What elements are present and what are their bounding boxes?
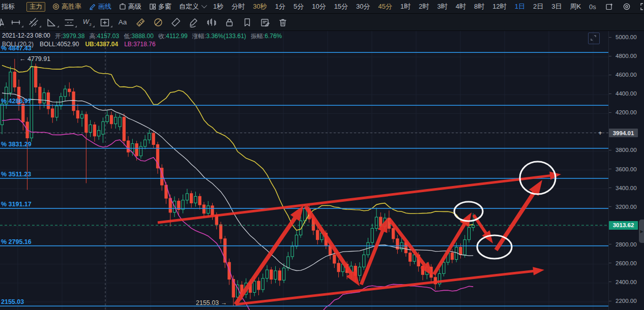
- timeframe-30秒[interactable]: 30秒: [253, 2, 267, 11]
- level-label: % 3511.23: [1, 171, 31, 178]
- grid-lines: [0, 31, 608, 310]
- tool-rect-plus[interactable]: [99, 16, 111, 28]
- axis-tick: 2800.00: [609, 241, 637, 247]
- axis-tick: 2200.00: [609, 298, 637, 304]
- level-label: 2155.03: [1, 298, 24, 305]
- timeframe-12时[interactable]: 12时: [492, 2, 506, 11]
- ohlc-info-bar: 2021-12-23 08:00 开:3979.38 高:4157.03 低:3…: [2, 32, 282, 41]
- main-force-tag[interactable]: 主力: [26, 2, 45, 12]
- tool-cursor-partial[interactable]: [0, 16, 5, 28]
- timeframe-8时[interactable]: 8时: [474, 2, 484, 11]
- timeframe-30分[interactable]: 30分: [356, 2, 370, 11]
- text-icon: Aa: [119, 18, 127, 26]
- collapse-panel-tab[interactable]: ▶: [639, 220, 644, 243]
- settings-icon[interactable]: [623, 3, 631, 11]
- add-window-icon[interactable]: [605, 3, 613, 11]
- custom-period-dropdown[interactable]: 自定义: [179, 2, 206, 11]
- add-alert-plus-icon: +: [598, 129, 602, 137]
- high-win-rate-button[interactable]: 高胜率: [52, 2, 81, 11]
- tool-elliott-wave[interactable]: W3: [81, 16, 93, 28]
- boll-mid-value: BOLL:4052.90: [40, 41, 79, 48]
- timeframe-5分[interactable]: 5分: [294, 2, 304, 11]
- timeframe-1日[interactable]: 1日: [515, 2, 525, 11]
- order-note-icon: [259, 17, 271, 28]
- tool-order-note[interactable]: [259, 16, 271, 28]
- price-axis[interactable]: 3994.01 3013.62 ▶ 5000.004800.004600.004…: [608, 31, 644, 310]
- axis-tick: 3200.00: [609, 204, 637, 210]
- pencil-icon: [89, 3, 96, 10]
- tool-measure[interactable]: [170, 16, 182, 28]
- measure-icon: [170, 17, 182, 28]
- segment-icon: [10, 17, 21, 28]
- tool-trash[interactable]: [277, 16, 289, 28]
- multi-window-button[interactable]: 多窗: [149, 2, 171, 11]
- draw-line-label: 画线: [98, 2, 111, 11]
- pattern-icon: [206, 17, 217, 28]
- tool-ruler[interactable]: [134, 16, 147, 28]
- tool-lock[interactable]: [223, 16, 236, 28]
- timeframe-10分[interactable]: 10分: [312, 2, 326, 11]
- timeframe-1秒[interactable]: 1秒: [213, 2, 223, 11]
- panel-icon: [119, 3, 126, 10]
- custom-label: 自定义: [179, 2, 199, 11]
- fullscreen-icon[interactable]: [640, 3, 644, 11]
- timeframe-4时[interactable]: 4时: [456, 2, 466, 11]
- chart-canvas[interactable]: % 4847.43% 4286.97% 3831.29% 3511.23% 31…: [0, 31, 608, 310]
- high-value: 4157.03: [97, 33, 119, 40]
- boll-upper-line: [2, 66, 473, 231]
- timeframe-3日[interactable]: 3日: [551, 2, 562, 11]
- change-value: 3.36%(133.61): [206, 33, 246, 40]
- tool-segment[interactable]: [10, 16, 22, 28]
- trend-lines-icon: [28, 17, 39, 28]
- chart-maximize-button[interactable]: [588, 33, 600, 44]
- tool-brush[interactable]: [188, 16, 200, 28]
- tool-text[interactable]: Aa: [116, 16, 129, 28]
- draw-line-button[interactable]: 画线: [89, 2, 111, 11]
- candle-datetime: 2021-12-23 08:00: [2, 32, 50, 41]
- open-value: 3979.38: [63, 33, 84, 40]
- timeframe-2时[interactable]: 2时: [419, 2, 429, 11]
- timeframe-1时[interactable]: 1时: [400, 2, 411, 11]
- timeframe-list: 1秒分时30秒1分5分10分15分30分45分1时2时3时4时8时12时1日2日…: [213, 2, 589, 11]
- tool-bookmark[interactable]: [241, 16, 253, 28]
- axis-tick: 4600.00: [609, 72, 637, 78]
- advanced-button[interactable]: 高级: [119, 2, 141, 11]
- timeframe-2日[interactable]: 2日: [533, 2, 543, 11]
- timeframe-1分[interactable]: 1分: [275, 2, 285, 11]
- rect-plus-icon: [99, 17, 110, 28]
- chevron-down-icon: [201, 2, 207, 8]
- tool-trend-lines[interactable]: [27, 16, 40, 28]
- lock-icon: [224, 17, 235, 28]
- caret-right-icon: ▶: [640, 229, 643, 234]
- boll-name[interactable]: BOLL(20,2): [2, 41, 34, 48]
- tool-pattern[interactable]: [206, 16, 218, 28]
- boll-lb-value: LB:3718.76: [124, 41, 155, 48]
- analysis-drawings[interactable]: [158, 171, 561, 304]
- low-value: 3888.00: [132, 33, 154, 40]
- axis-tick: 3800.00: [609, 147, 637, 153]
- price-note: 2155.03 →: [196, 299, 227, 306]
- triangle-icon: [46, 17, 57, 28]
- axis-tick: 5000.00: [609, 34, 637, 40]
- tool-triangle[interactable]: [45, 16, 57, 28]
- candles-layer: [1, 59, 474, 306]
- timeframe-15分[interactable]: 15分: [334, 2, 348, 11]
- amplitude-value: 6.76%: [265, 33, 282, 40]
- close-value: 4112.99: [166, 33, 188, 40]
- countdown-timer: 0s: [589, 3, 596, 11]
- high-win-rate-label: 高胜率: [62, 2, 81, 11]
- ruler-icon: [135, 17, 146, 28]
- indicator-menu[interactable]: 指标: [2, 2, 15, 11]
- drawing-toolbar: W3Aa: [0, 14, 644, 31]
- timeframe-3时[interactable]: 3时: [437, 2, 448, 11]
- price-levels[interactable]: % 4847.43% 4286.97% 3831.29% 3511.23% 31…: [0, 45, 608, 306]
- chart-area[interactable]: % 4847.43% 4286.97% 3831.29% 3511.23% 31…: [0, 31, 608, 310]
- timeframe-周K[interactable]: 周K: [570, 2, 581, 11]
- timeframe-分时[interactable]: 分时: [231, 2, 245, 11]
- trash-icon: [277, 17, 288, 28]
- parallel-channel-icon: [64, 17, 75, 28]
- tool-circle-ruler[interactable]: [152, 16, 164, 28]
- axis-tick: 2600.00: [609, 260, 637, 266]
- timeframe-45分[interactable]: 45分: [378, 2, 392, 11]
- tool-parallel-channel[interactable]: [63, 16, 75, 28]
